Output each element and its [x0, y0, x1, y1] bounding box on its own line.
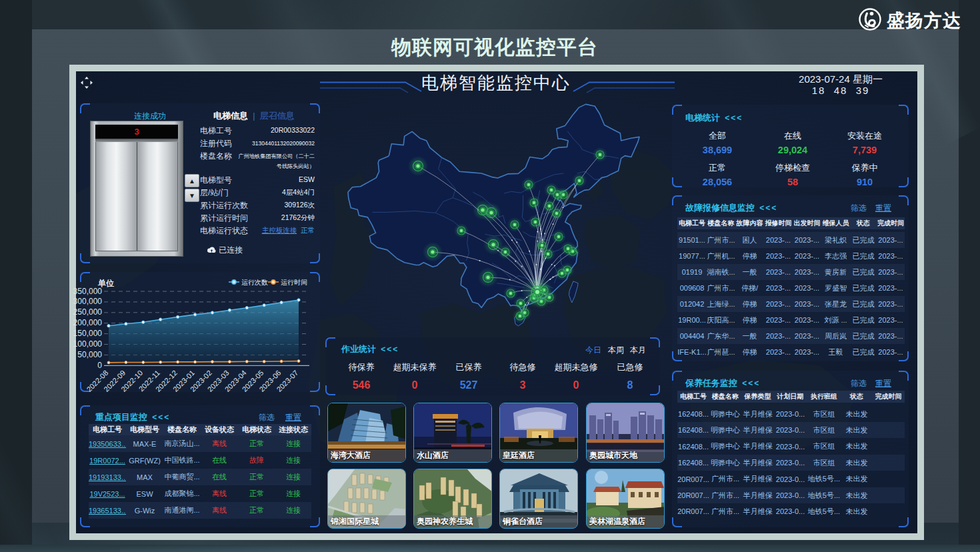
svg-text:运行次数: 运行次数 [241, 279, 268, 286]
svg-text:50,000: 50,000 [77, 350, 102, 359]
svg-text:350,000: 350,000 [73, 287, 103, 296]
svg-text:200,000: 200,000 [73, 318, 103, 327]
svg-text:250,000: 250,000 [73, 307, 103, 317]
svg-text:100,000: 100,000 [73, 339, 103, 349]
svg-text:运行时间: 运行时间 [281, 279, 307, 286]
svg-text:300,000: 300,000 [73, 297, 103, 306]
svg-text:150,000: 150,000 [73, 329, 103, 338]
svg-text:0: 0 [97, 361, 102, 370]
